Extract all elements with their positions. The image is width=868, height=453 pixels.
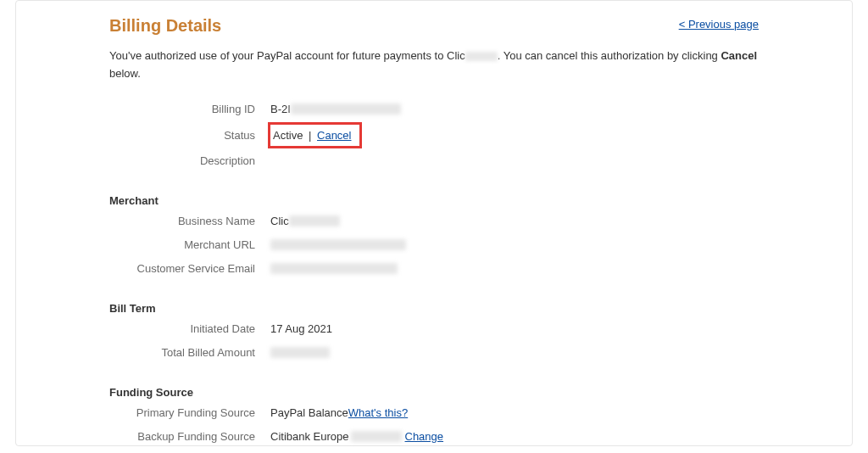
customer-email-value [270,263,398,274]
initiated-value: 17 Aug 2021 [270,322,332,335]
status-highlight-box: Active | Cancel [268,122,362,148]
intro-b: . You can cancel this authorization by c… [498,49,721,62]
backup-funding-label: Backup Funding Source [109,430,270,443]
billing-id-value: B-2I [270,103,401,115]
backup-funding-value: Citibank EuropeChange [270,430,443,443]
redacted-merchant-name [465,52,498,61]
row-initiated: Initiated Date 17 Aug 2021 [109,318,759,340]
intro-bold: Cancel [721,49,757,62]
redacted-billing-id [291,103,401,115]
cancel-link[interactable]: Cancel [317,129,351,142]
status-label: Status [109,129,270,142]
row-customer-email: Customer Service Email [109,258,759,280]
description-label: Description [109,154,270,167]
change-link[interactable]: Change [405,430,444,443]
whats-this-link[interactable]: What's this? [348,406,408,419]
status-sep: | [305,129,314,142]
row-total-billed: Total Billed Amount [109,342,759,364]
billing-id-label: Billing ID [109,103,270,115]
backup-funding-prefix: Citibank Europe [270,430,349,443]
intro-c: below. [109,67,141,80]
status-active: Active [273,129,303,142]
merchant-url-value [270,239,406,250]
total-billed-value [270,347,330,358]
section-merchant: Merchant [109,194,759,207]
section-funding: Funding Source [109,386,759,399]
row-status: Status Active | Cancel [109,122,759,148]
redacted-backup-funding [351,431,402,442]
row-billing-id: Billing ID B-2I [109,98,759,120]
previous-page-link[interactable]: < Previous page [679,18,759,31]
intro-a: You've authorized use of your PayPal acc… [109,49,465,62]
section-bill-term: Bill Term [109,302,759,315]
billing-card: Billing Details < Previous page You've a… [15,0,853,446]
primary-funding-label: Primary Funding Source [109,406,270,419]
primary-funding-text: PayPal Balance [270,406,348,419]
initiated-label: Initiated Date [109,322,270,335]
redacted-customer-email [270,263,398,274]
row-primary-funding: Primary Funding Source PayPal Balance Wh… [109,402,759,424]
business-name-prefix: Clic [270,215,289,227]
total-billed-label: Total Billed Amount [109,346,270,359]
business-name-label: Business Name [109,215,270,227]
redacted-merchant-url [270,239,406,250]
merchant-url-label: Merchant URL [109,238,270,251]
business-name-value: Clic [270,215,340,227]
fields-area: Billing ID B-2I Status Active | Cancel D… [16,98,852,448]
customer-email-label: Customer Service Email [109,262,270,275]
status-value-wrap: Active | Cancel [270,122,362,148]
intro-text: You've authorized use of your PayPal acc… [16,48,852,83]
header-row: Billing Details < Previous page [16,16,852,36]
row-merchant-url: Merchant URL [109,234,759,256]
redacted-total-billed [270,347,330,358]
primary-funding-value: PayPal Balance What's this? [270,406,408,419]
redacted-business-name [289,215,340,226]
row-description: Description [109,150,759,172]
billing-id-prefix: B-2I [270,103,291,115]
row-backup-funding: Backup Funding Source Citibank EuropeCha… [109,426,759,448]
row-business-name: Business Name Clic [109,210,759,232]
